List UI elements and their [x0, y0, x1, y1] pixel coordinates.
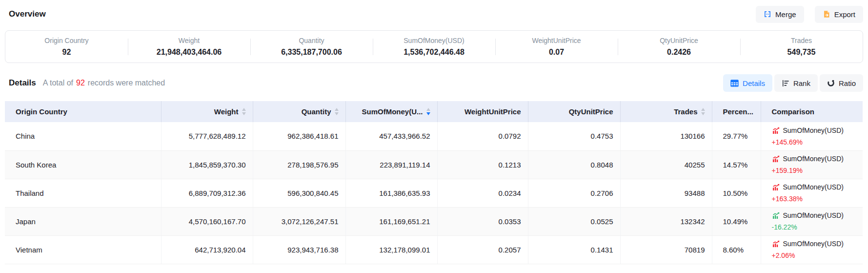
tab-details-label: Details — [743, 79, 765, 87]
cell-origin-country: China — [5, 122, 161, 150]
cell-trades: 130166 — [620, 122, 712, 150]
details-title: Details — [9, 78, 36, 88]
export-button[interactable]: Export — [815, 6, 863, 23]
merge-button-label: Merge — [775, 10, 796, 19]
stat-weight-unit-price: WeightUnitPrice 0.07 — [495, 33, 618, 61]
sort-caret-icon[interactable] — [701, 108, 705, 115]
comparison-trend: SumOfMoney(USD) +159.19% — [772, 153, 856, 176]
sort-caret-icon[interactable] — [335, 108, 339, 115]
comparison-change-value: +163.38% — [772, 193, 856, 205]
comparison-change-value: +2.06% — [772, 250, 856, 261]
comparison-metric-label: SumOfMoney(USD) — [783, 125, 844, 136]
cell-weight-unit-price: 0.0792 — [437, 122, 528, 150]
comparison-change-value: +145.69% — [772, 136, 856, 148]
column-header-weight[interactable]: Weight — [161, 101, 253, 122]
stat-trades: Trades 549,735 — [740, 33, 863, 61]
cell-quantity: 3,072,126,247.51 — [253, 207, 345, 235]
comparison-trend: SumOfMoney(USD) +2.06% — [772, 238, 856, 261]
cell-comparison: SumOfMoney(USD) +145.69% — [761, 122, 863, 150]
cell-sum-of-money: 223,891,119.14 — [345, 150, 437, 179]
details-heading: Details A total of92records were matched — [9, 78, 165, 88]
merge-button[interactable]: Merge — [756, 6, 804, 23]
tab-rank-label: Rank — [793, 79, 810, 87]
cell-weight: 5,777,628,489.12 — [161, 122, 253, 150]
cell-qty-unit-price: 0.0525 — [528, 207, 620, 235]
stat-value: 0.2426 — [618, 46, 740, 58]
comparison-change-value: -16.22% — [772, 221, 856, 233]
stat-label: Origin Country — [5, 36, 128, 45]
table-row[interactable]: Thailand 6,889,709,312.36 596,300,840.45… — [5, 179, 863, 207]
cell-percent: 14.57% — [712, 150, 761, 179]
table-row[interactable]: Vietnam 642,713,920.04 923,943,716.38 13… — [5, 235, 863, 264]
cell-quantity: 278,198,576.95 — [253, 150, 345, 179]
cell-trades: 93488 — [620, 179, 712, 207]
table-row[interactable]: China 5,777,628,489.12 962,386,418.61 45… — [5, 122, 863, 150]
cell-quantity: 962,386,418.61 — [253, 122, 345, 150]
cell-comparison: SumOfMoney(USD) +163.38% — [761, 179, 863, 207]
details-bar: Details A total of92records were matched… — [9, 74, 863, 92]
table-row[interactable]: Japan 4,570,160,167.70 3,072,126,247.51 … — [5, 207, 863, 235]
cell-qty-unit-price: 0.8048 — [528, 150, 620, 179]
column-header-quantity[interactable]: Quantity — [253, 101, 345, 122]
page: Overview Merge — [0, 0, 868, 273]
cell-sum-of-money: 457,433,966.52 — [345, 122, 437, 150]
trend-chart-icon — [772, 211, 780, 219]
column-header-trades[interactable]: Trades — [620, 101, 712, 122]
cell-weight-unit-price: 0.0353 — [437, 207, 528, 235]
column-header-percent: Percen... — [712, 101, 761, 122]
comparison-trend: SumOfMoney(USD) +163.38% — [772, 181, 856, 205]
cell-quantity: 596,300,840.45 — [253, 179, 345, 207]
comparison-trend: SumOfMoney(USD) -16.22% — [772, 210, 856, 233]
tab-ratio[interactable]: Ratio — [820, 74, 863, 92]
rank-icon — [782, 80, 789, 87]
trend-chart-icon — [772, 126, 780, 134]
summary-suffix: records were matched — [88, 79, 165, 87]
topbar-actions: Merge Export — [756, 6, 863, 23]
cell-origin-country: South Korea — [5, 150, 161, 179]
tab-rank[interactable]: Rank — [774, 74, 818, 92]
stat-label: SumOfMoney(USD) — [373, 36, 495, 45]
record-count: 92 — [76, 79, 85, 87]
stat-sum-of-money: SumOfMoney(USD) 1,536,702,446.48 — [373, 33, 495, 61]
stat-value: 6,335,187,700.06 — [250, 46, 373, 58]
column-header-origin-country: Origin Country — [5, 101, 161, 122]
comparison-change-value: +159.19% — [772, 165, 856, 176]
cell-sum-of-money: 161,386,635.93 — [345, 179, 437, 207]
cell-percent: 10.50% — [712, 179, 761, 207]
stat-label: QtyUnitPrice — [618, 36, 740, 45]
trend-chart-icon — [772, 183, 780, 191]
cell-weight: 1,845,859,370.30 — [161, 150, 253, 179]
column-header-weight-unit-price: WeightUnitPrice — [437, 101, 528, 122]
cell-trades: 70819 — [620, 235, 712, 264]
comparison-trend: SumOfMoney(USD) +145.69% — [772, 125, 856, 148]
export-icon — [823, 10, 830, 18]
sort-caret-icon[interactable] — [242, 108, 246, 115]
table-header-row: Origin Country Weight Quantity SumOfMone… — [5, 101, 863, 122]
cell-origin-country: Vietnam — [5, 235, 161, 264]
cell-trades: 40255 — [620, 150, 712, 179]
tab-details[interactable]: Details — [723, 74, 772, 92]
stat-quantity: Quantity 6,335,187,700.06 — [250, 33, 373, 61]
cell-quantity: 923,943,716.38 — [253, 235, 345, 264]
overview-stats-card: Origin Country 92 Weight 21,948,403,464.… — [5, 30, 863, 63]
cell-weight: 642,713,920.04 — [161, 235, 253, 264]
stat-qty-unit-price: QtyUnitPrice 0.2426 — [618, 33, 740, 61]
cell-trades: 132342 — [620, 207, 712, 235]
cell-sum-of-money: 132,178,099.01 — [345, 235, 437, 264]
cell-percent: 29.77% — [712, 122, 761, 150]
view-tabs: Details Rank Ratio — [723, 74, 863, 92]
cell-percent: 8.60% — [712, 235, 761, 264]
trend-chart-icon — [772, 240, 780, 248]
stat-origin-country: Origin Country 92 — [5, 33, 128, 61]
table-row[interactable]: South Korea 1,845,859,370.30 278,198,576… — [5, 150, 863, 179]
cell-percent: 10.49% — [712, 207, 761, 235]
stat-label: WeightUnitPrice — [495, 36, 618, 45]
column-header-sum-of-money[interactable]: SumOfMoney(U... — [345, 101, 437, 122]
cell-origin-country: Thailand — [5, 179, 161, 207]
cell-qty-unit-price: 0.1431 — [528, 235, 620, 264]
comparison-metric-label: SumOfMoney(USD) — [783, 210, 844, 221]
sort-caret-icon[interactable] — [426, 108, 430, 115]
summary-prefix: A total of — [43, 79, 73, 87]
cell-comparison: SumOfMoney(USD) -16.22% — [761, 207, 863, 235]
column-header-qty-unit-price: QtyUnitPrice — [528, 101, 620, 122]
